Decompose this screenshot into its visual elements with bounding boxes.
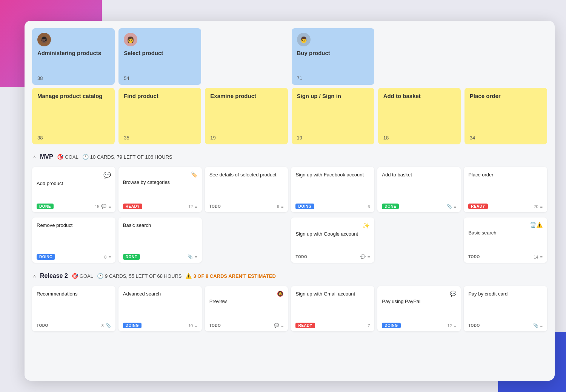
release2-chevron[interactable]: ∧ — [33, 273, 36, 279]
clock-icon-2: 🕐 — [97, 273, 103, 279]
task-preview[interactable]: 🔕 Preview TODO 💬 ≡ — [205, 286, 288, 331]
tag-icon: 🏷️ — [191, 172, 197, 178]
epic-title-select: Select product — [124, 49, 196, 57]
task-footer: READY 7 — [295, 323, 370, 328]
task-recommendations[interactable]: Recommendations TODO 8 📎 — [32, 286, 115, 331]
task-title: Add product — [37, 180, 111, 187]
release2-warning: ⚠️ 3 OF 8 CARDS AREN'T ESTIMATED — [185, 273, 275, 279]
warning-icon: ⚠️ — [536, 222, 543, 228]
task-meta: 15 💬 ≡ — [95, 204, 111, 209]
status-badge: DONE — [382, 204, 399, 209]
task-title: Basic search — [468, 230, 543, 236]
epic-title-manage: Manage product catalog — [37, 92, 109, 131]
list-icon: ≡ — [540, 204, 543, 209]
epic-title-admin: Administering products — [37, 49, 109, 57]
task-meta: 💬 ≡ — [274, 323, 283, 328]
epic-title-place-order: Place order — [470, 92, 542, 131]
mvp-chevron[interactable]: ∧ — [33, 154, 36, 159]
epic-card-buy-product[interactable]: 👨 Buy product 71 — [292, 28, 374, 85]
task-remove-product[interactable]: Remove product DOING 8 ≡ — [32, 217, 115, 263]
mvp-row-1: 💬 Add product DONE 15 💬 ≡ 🏷️ Browse by c… — [32, 167, 547, 212]
epic-title-examine: Examine product — [210, 92, 282, 131]
comment-icon: 💬 — [101, 204, 106, 209]
task-title: Place order — [468, 172, 543, 178]
task-browse-categories[interactable]: 🏷️ Browse by categories READY 12 ≡ — [118, 167, 202, 212]
epic-count-basket: 18 — [383, 135, 455, 141]
task-meta: 14 ≡ — [534, 255, 543, 259]
task-footer: DOING 12 ≡ — [382, 323, 456, 328]
list-icon: ≡ — [195, 323, 197, 328]
count: 6 — [368, 204, 370, 209]
count: 7 — [368, 323, 370, 328]
task-basic-search-mvp[interactable]: Basic search DONE 📎 ≡ — [118, 217, 202, 263]
release2-section-header: ∧ Release 2 🎯 GOAL 🕐 9 CARDS, 55 LEFT OF… — [32, 270, 547, 282]
count: 20 — [534, 204, 538, 209]
epic-card-add-basket[interactable]: Add to basket 18 — [378, 88, 461, 144]
empty-cell-1 — [205, 217, 288, 263]
goal-icon-2: 🎯 — [72, 273, 78, 279]
attach-icon: 📎 — [188, 254, 193, 259]
task-title: Preview — [209, 298, 284, 305]
comment-icon: 💬 — [274, 323, 279, 328]
epic-card-examine[interactable]: Examine product 19 — [205, 88, 288, 144]
epic-card-admin-products[interactable]: 👨🏿 Administering products 38 — [32, 28, 115, 85]
task-footer: DOING 8 ≡ — [37, 254, 111, 260]
goal-icon: 🎯 — [57, 154, 63, 160]
task-header: 🏷️ — [123, 172, 197, 178]
task-footer: READY 12 ≡ — [123, 204, 197, 209]
count: 12 — [188, 204, 193, 209]
epic-count-admin: 38 — [37, 75, 109, 81]
release2-row-1: Recommendations TODO 8 📎 Advanced search… — [32, 286, 547, 331]
release2-cards-info: 🕐 9 CARDS, 55 LEFT OF 68 HOURS — [97, 273, 182, 279]
task-footer: DONE 15 💬 ≡ — [37, 204, 111, 209]
task-see-details[interactable]: See details of selected product TODO 9 ≡ — [205, 167, 288, 212]
task-meta: 10 ≡ — [188, 323, 197, 328]
task-footer: DOING 10 ≡ — [123, 323, 197, 328]
release2-title: Release 2 — [40, 273, 68, 279]
count: 10 — [188, 323, 193, 328]
task-pay-paypal[interactable]: 💬 Pay using PayPal DOING 12 ≡ — [377, 286, 461, 331]
epic-card-manage-catalog[interactable]: Manage product catalog 38 — [32, 88, 115, 144]
task-meta: 📎 ≡ — [447, 204, 456, 209]
list-icon: ≡ — [108, 204, 111, 209]
epic-card-select-product[interactable]: 👩 Select product 54 — [118, 28, 201, 85]
task-title: Recommendations — [37, 291, 111, 297]
task-footer: DOING 6 — [295, 204, 370, 209]
list-icon: ≡ — [454, 204, 456, 209]
task-title: See details of selected product — [209, 172, 284, 178]
status-badge: TODO — [468, 254, 483, 260]
status-badge: TODO — [37, 323, 51, 328]
task-advanced-search[interactable]: Advanced search DOING 10 ≡ — [118, 286, 202, 331]
epic-card-place-order[interactable]: Place order 34 — [464, 88, 547, 144]
task-header: 💬 — [382, 291, 456, 297]
epic-card-signup-signin[interactable]: Sign up / Sign in 19 — [292, 88, 374, 144]
empty-cell-2 — [377, 217, 461, 263]
attach-icon: 📎 — [447, 204, 452, 209]
task-signup-facebook[interactable]: Sign up with Facebook account DOING 6 — [291, 167, 374, 212]
task-footer: DONE 📎 ≡ — [382, 204, 456, 209]
task-place-order[interactable]: Place order READY 20 ≡ — [464, 167, 547, 212]
epic-card-find-product[interactable]: Find product 35 — [118, 88, 201, 144]
task-signup-google[interactable]: ✨ Sign up with Google account TODO 💬 ≡ — [291, 217, 374, 263]
mvp-goal: 🎯 GOAL — [57, 154, 78, 160]
task-meta: 📎 ≡ — [188, 254, 197, 259]
task-meta: 💬 ≡ — [360, 254, 370, 259]
task-pay-credit-card[interactable]: Pay by credit card TODO 📎 ≡ — [464, 286, 547, 331]
main-card: 👨🏿 Administering products 38 Manage prod… — [25, 21, 555, 381]
task-title: Pay by credit card — [468, 291, 543, 297]
task-add-product[interactable]: 💬 Add product DONE 15 💬 ≡ — [32, 167, 115, 212]
task-header: ✨ — [295, 222, 370, 229]
list-icon: ≡ — [195, 204, 197, 209]
count: 15 — [95, 204, 99, 209]
status-badge: DONE — [123, 254, 140, 260]
warning-icon-2: ⚠️ — [185, 273, 192, 279]
list-icon: ≡ — [540, 323, 543, 328]
chat-icon-paypal: 💬 — [450, 291, 456, 297]
silent-icon: 🔕 — [277, 291, 283, 297]
task-meta: 8 📎 — [102, 323, 111, 328]
task-add-to-basket[interactable]: Add to basket DONE 📎 ≡ — [377, 167, 461, 212]
count: 12 — [447, 323, 452, 328]
task-basic-search-2[interactable]: 🗑️ ⚠️ Basic search TODO 14 ≡ — [464, 217, 547, 263]
task-signup-gmail[interactable]: Sign up with Gmail account READY 7 — [291, 286, 374, 331]
epic-count-manage: 38 — [37, 135, 109, 141]
